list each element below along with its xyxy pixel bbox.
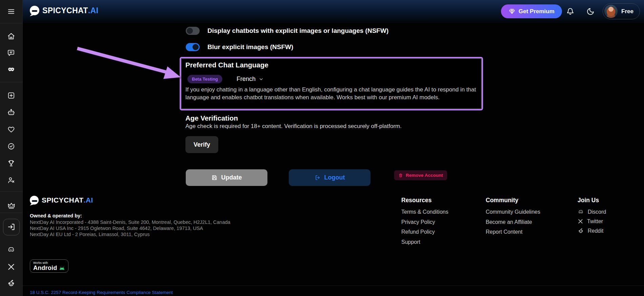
owned-by-title: Owned & operated by: xyxy=(30,213,82,218)
favorites-heart-icon[interactable] xyxy=(4,123,18,136)
logo[interactable]: SPICYCHAT.AI xyxy=(30,6,98,15)
link-report[interactable]: Report Content xyxy=(486,229,540,235)
remove-account-label: Remove Account xyxy=(406,173,443,178)
works-with-label: Works with xyxy=(33,261,65,265)
spicychat-settings-page: SPICYCHAT.AI Get Premium Free Display ch… xyxy=(0,0,644,296)
verified-badge-icon[interactable] xyxy=(4,140,18,153)
premium-crown-icon[interactable] xyxy=(4,199,18,212)
link-twitter[interactable]: Twitter xyxy=(578,218,606,225)
login-icon[interactable] xyxy=(4,220,18,234)
link-refund[interactable]: Refund Policy xyxy=(401,229,448,235)
age-verification-title: Age Verification xyxy=(185,114,238,122)
sidebar-divider xyxy=(0,82,23,82)
footer-col-community: Community Community Guidelines Become an… xyxy=(486,197,540,239)
link-discord[interactable]: Discord xyxy=(578,209,606,215)
link-guidelines[interactable]: Community Guidelines xyxy=(486,209,540,215)
language-select[interactable]: French xyxy=(237,76,263,83)
sidebar-divider xyxy=(0,23,23,23)
footer-col-title: Resources xyxy=(401,197,448,204)
remove-account-button[interactable]: Remove Account xyxy=(394,170,447,180)
home-icon[interactable] xyxy=(4,29,18,43)
logout-button[interactable]: Logout xyxy=(289,169,370,186)
verify-button[interactable]: Verify xyxy=(185,136,218,153)
personas-mask-icon[interactable] xyxy=(4,63,18,77)
owned-line-1: NextDay AI Incorporated - 4388 Saint-Den… xyxy=(30,219,230,225)
save-icon xyxy=(211,174,218,181)
logout-label: Logout xyxy=(324,174,345,181)
logout-icon xyxy=(315,174,321,181)
link-reddit[interactable]: Reddit xyxy=(578,228,606,234)
android-robot-icon xyxy=(59,266,65,271)
sidebar-divider xyxy=(0,213,23,213)
logo-text: SPICYCHAT.AI xyxy=(42,6,98,15)
update-label: Update xyxy=(221,174,242,181)
discord-icon xyxy=(578,209,584,215)
sidebar xyxy=(0,0,23,296)
plan-badge: Free xyxy=(621,8,633,15)
get-premium-label: Get Premium xyxy=(519,8,555,15)
age-verification-description: Age check is required for 18+ content. V… xyxy=(185,123,402,130)
footer-logo-bubble-icon xyxy=(30,196,39,205)
footer-divider xyxy=(23,286,644,286)
footer-logo[interactable]: SPICYCHAT.AI xyxy=(30,196,93,205)
beta-badge: Beta Testing xyxy=(187,75,222,83)
unfollow-user-x-icon[interactable] xyxy=(4,173,18,187)
nsfw-display-toggle[interactable] xyxy=(186,27,200,35)
footer-logo-text: SPICYCHAT.AI xyxy=(42,196,93,204)
blur-images-row: Blur explicit images (NSFW) xyxy=(186,43,293,51)
my-chatbots-robot-icon[interactable] xyxy=(4,106,18,119)
link-terms[interactable]: Terms & Conditions xyxy=(401,209,448,215)
update-button[interactable]: Update xyxy=(186,169,267,186)
language-section-title: Preferred Chat Language xyxy=(185,61,268,69)
footer-col-join-us: Join Us Discord Twitter Reddit xyxy=(578,197,606,237)
owned-line-3: NextDay AI EU Ltd - 2 Poreias, Limassol,… xyxy=(30,232,150,237)
avatar xyxy=(604,5,618,18)
blur-images-toggle[interactable] xyxy=(186,43,200,51)
chats-icon[interactable] xyxy=(4,46,18,60)
reddit-icon[interactable] xyxy=(4,276,18,290)
menu-icon[interactable] xyxy=(4,5,18,18)
language-row: Beta Testing French xyxy=(187,75,263,83)
discord-icon[interactable] xyxy=(4,243,18,256)
blur-images-label: Blur explicit images (NSFW) xyxy=(207,43,293,51)
footer-col-title: Join Us xyxy=(578,197,606,204)
nsfw-display-row: Display chatbots with explicit images or… xyxy=(186,27,388,35)
get-premium-button[interactable]: Get Premium xyxy=(501,4,562,18)
annotation-arrow xyxy=(71,43,188,84)
works-with-android-badge[interactable]: Works with Android xyxy=(30,259,68,273)
diamond-icon xyxy=(508,8,516,15)
chevron-down-icon xyxy=(259,77,263,81)
x-twitter-icon xyxy=(578,218,583,224)
create-chatbot-icon[interactable] xyxy=(4,89,18,102)
trophy-icon[interactable] xyxy=(4,156,18,170)
bell-icon[interactable] xyxy=(565,7,575,16)
moon-icon[interactable] xyxy=(586,7,595,16)
trash-icon xyxy=(398,173,403,178)
owned-line-2: NextDay AI USA Inc - 2915 Ogletwon Road,… xyxy=(30,226,203,231)
nsfw-display-label: Display chatbots with explicit images or… xyxy=(207,27,388,35)
android-label: Android xyxy=(33,265,57,272)
logo-bubble-icon xyxy=(30,6,39,15)
link-privacy[interactable]: Privacy Policy xyxy=(401,219,448,225)
footer-col-resources: Resources Terms & Conditions Privacy Pol… xyxy=(401,197,448,249)
language-description: If you enjoy chatting in a language othe… xyxy=(185,86,476,101)
account-menu[interactable]: Free xyxy=(603,3,640,19)
language-selected-value: French xyxy=(237,76,256,83)
footer-col-title: Community xyxy=(486,197,540,204)
x-twitter-icon[interactable] xyxy=(4,260,18,274)
top-navbar: SPICYCHAT.AI Get Premium Free xyxy=(23,0,644,23)
link-affiliate[interactable]: Become an Affiliate xyxy=(486,219,540,225)
reddit-icon xyxy=(578,228,584,234)
compliance-link[interactable]: 18 U.S.C. 2257 Record-Keeping Requiremen… xyxy=(30,290,173,295)
sidebar-divider xyxy=(0,191,23,192)
link-support[interactable]: Support xyxy=(401,239,448,245)
